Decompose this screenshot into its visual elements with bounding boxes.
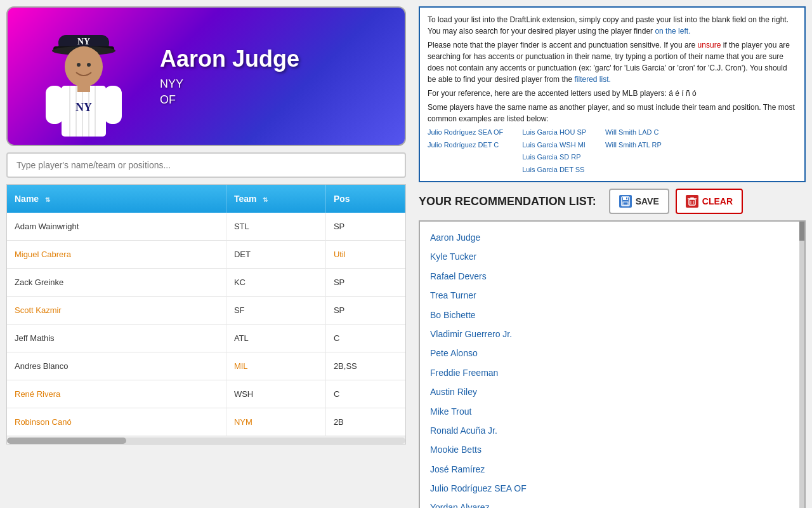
trash-icon xyxy=(686,195,698,208)
save-icon xyxy=(619,195,632,208)
cell-team: SF xyxy=(226,297,325,324)
player-team: NYY xyxy=(160,77,299,91)
rec-list-item[interactable]: Aaron Judge xyxy=(430,228,794,247)
svg-rect-20 xyxy=(623,202,628,205)
rec-list-item[interactable]: Ronald Acuña Jr. xyxy=(430,421,794,440)
svg-rect-22 xyxy=(689,199,695,205)
player-name: Aaron Judge xyxy=(160,46,299,72)
recommendation-title: YOUR RECOMMENDATION LIST: xyxy=(419,195,596,208)
rec-list-item[interactable]: Bo Bichette xyxy=(430,305,794,324)
cell-name: Robinson Canó xyxy=(7,408,226,436)
rec-list-item[interactable]: Trea Turner xyxy=(430,286,794,305)
player-info: Aaron Judge NYY OF xyxy=(160,46,299,107)
example-item: Luis Garcia HOU SP xyxy=(522,127,586,138)
rec-list-item[interactable]: Yordan Alvarez xyxy=(430,498,794,508)
right-panel: To load your list into the DraftLink ext… xyxy=(412,0,812,508)
vertical-scrollbar[interactable] xyxy=(799,222,804,508)
cell-name: Jeff Mathis xyxy=(7,324,226,352)
examples-table: Julio Rodríguez SEA OF Julio Rodríguez D… xyxy=(428,127,797,175)
cell-name: René Rivera xyxy=(7,380,226,408)
table-header-row: Name ⇅ Team ⇅ Pos xyxy=(7,185,405,213)
examples-col-3: Will Smith LAD C Will Smith ATL RP xyxy=(605,127,662,175)
search-container xyxy=(6,152,406,178)
cell-pos: SP xyxy=(325,213,405,241)
cell-pos: C xyxy=(325,380,405,408)
save-label: SAVE xyxy=(636,196,659,206)
table-row[interactable]: Scott Kazmir SF SP xyxy=(7,297,405,324)
horizontal-scrollbar[interactable] xyxy=(7,438,405,444)
example-item: Julio Rodríguez SEA OF xyxy=(428,127,503,138)
cell-team: MIL xyxy=(226,352,325,380)
recommendation-list: Aaron JudgeKyle TuckerRafael DeversTrea … xyxy=(419,220,806,508)
example-item: Luis Garcia SD RP xyxy=(522,152,586,163)
player-card: NY xyxy=(6,6,406,146)
player-position: OF xyxy=(160,93,299,107)
svg-rect-17 xyxy=(77,83,90,92)
examples-col-2: Luis Garcia HOU SP Luis Garcia WSH MI Lu… xyxy=(522,127,586,175)
col-header-pos: Pos xyxy=(325,185,405,213)
example-item: Luis Garcia DET SS xyxy=(522,164,586,175)
table-row[interactable]: Jeff Mathis ATL C xyxy=(7,324,405,352)
svg-rect-21 xyxy=(626,197,627,199)
sort-arrows-name[interactable]: ⇅ xyxy=(45,196,50,203)
cell-pos: Util xyxy=(325,241,405,269)
col-header-name[interactable]: Name ⇅ xyxy=(7,185,226,213)
col-header-team[interactable]: Team ⇅ xyxy=(226,185,325,213)
table-row[interactable]: Miguel Cabrera DET Util xyxy=(7,241,405,269)
table-row[interactable]: Adam Wainwright STL SP xyxy=(7,213,405,241)
svg-rect-16 xyxy=(104,86,122,124)
cell-name: Adam Wainwright xyxy=(7,213,226,241)
cell-name: Miguel Cabrera xyxy=(7,241,226,269)
player-image: NY xyxy=(27,13,141,140)
info-box: To load your list into the DraftLink ext… xyxy=(419,6,806,182)
svg-text:NY: NY xyxy=(75,101,92,114)
cell-team: KC xyxy=(226,269,325,297)
example-item: Will Smith LAD C xyxy=(605,127,662,138)
rec-list-item[interactable]: Mookie Betts xyxy=(430,440,794,459)
player-table: Name ⇅ Team ⇅ Pos Adam Wainwright xyxy=(6,184,406,444)
recommendation-header: YOUR RECOMMENDATION LIST: SAVE xyxy=(419,189,806,214)
svg-rect-24 xyxy=(690,197,694,199)
search-input[interactable] xyxy=(6,152,406,178)
info-para-4: Some players have the same name as anoth… xyxy=(428,102,797,124)
cell-team: NYM xyxy=(226,408,325,436)
clear-button[interactable]: CLEAR xyxy=(676,189,743,214)
table-row[interactable]: Andres Blanco MIL 2B,SS xyxy=(7,352,405,380)
table-row[interactable]: Zack Greinke KC SP xyxy=(7,269,405,297)
example-item: Will Smith ATL RP xyxy=(605,140,662,150)
svg-rect-15 xyxy=(46,86,63,124)
info-para-1: To load your list into the DraftLink ext… xyxy=(428,14,797,37)
left-panel: NY xyxy=(0,0,412,508)
cell-pos: SP xyxy=(325,269,405,297)
table-row[interactable]: Robinson Canó NYM 2B xyxy=(7,408,405,436)
rec-list-item[interactable]: Vladimir Guerrero Jr. xyxy=(430,324,794,344)
cell-pos: 2B,SS xyxy=(325,352,405,380)
example-item: Julio Rodríguez DET C xyxy=(428,140,503,150)
svg-point-6 xyxy=(77,63,81,67)
scrollbar-thumb xyxy=(799,222,804,241)
info-para-3: For your reference, here are the accente… xyxy=(428,88,797,99)
save-button[interactable]: SAVE xyxy=(609,189,669,214)
table-row[interactable]: René Rivera WSH C xyxy=(7,380,405,408)
cell-name: Andres Blanco xyxy=(7,352,226,380)
cell-team: STL xyxy=(226,213,325,241)
rec-list-item[interactable]: Rafael Devers xyxy=(430,267,794,286)
cell-pos: C xyxy=(325,324,405,352)
rec-list-item[interactable]: Julio Rodríguez SEA OF xyxy=(430,479,794,498)
cell-pos: SP xyxy=(325,297,405,324)
cell-team: ATL xyxy=(226,324,325,352)
rec-list-item[interactable]: Austin Riley xyxy=(430,382,794,401)
sort-arrows-team[interactable]: ⇅ xyxy=(263,196,268,203)
rec-list-item[interactable]: Mike Trout xyxy=(430,402,794,421)
example-item: Luis Garcia WSH MI xyxy=(522,140,586,150)
rec-list-items: Aaron JudgeKyle TuckerRafael DeversTrea … xyxy=(430,228,794,508)
rec-list-item[interactable]: Pete Alonso xyxy=(430,344,794,363)
svg-point-7 xyxy=(87,63,91,67)
cell-team: WSH xyxy=(226,380,325,408)
clear-label: CLEAR xyxy=(702,196,733,206)
rec-list-item[interactable]: Kyle Tucker xyxy=(430,247,794,266)
rec-list-item[interactable]: Freddie Freeman xyxy=(430,363,794,382)
cell-pos: 2B xyxy=(325,408,405,436)
svg-text:NY: NY xyxy=(77,37,90,46)
rec-list-item[interactable]: José Ramírez xyxy=(430,460,794,479)
